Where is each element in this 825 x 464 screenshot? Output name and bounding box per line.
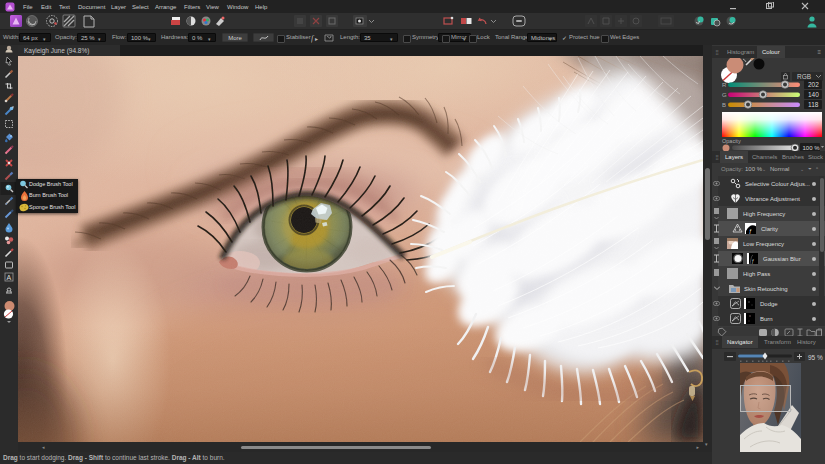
svg-text:ƒ: ƒ — [752, 258, 755, 264]
svg-text:140: 140 — [808, 91, 819, 98]
svg-text:B: B — [722, 102, 726, 108]
svg-text:ƒ: ƒ — [749, 228, 752, 234]
svg-text:202: 202 — [808, 81, 819, 88]
svg-text:RGB: RGB — [797, 73, 811, 80]
svg-text:95 %: 95 % — [808, 354, 823, 361]
svg-text:R: R — [722, 82, 727, 88]
svg-text:G: G — [722, 92, 727, 98]
svg-text:118: 118 — [808, 101, 819, 108]
svg-text:A: A — [7, 274, 12, 281]
svg-text:▸: ▸ — [315, 36, 318, 42]
svg-text:Opacity: Opacity — [722, 138, 741, 144]
